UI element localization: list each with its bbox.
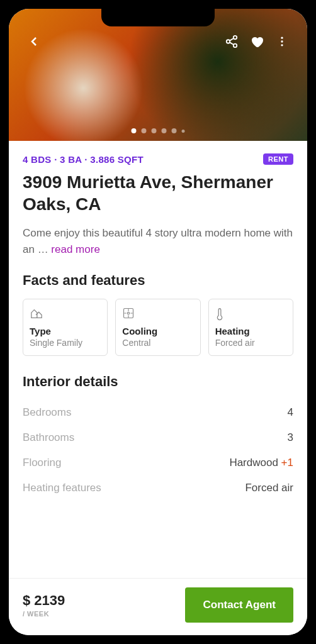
svg-point-3 xyxy=(281,37,283,39)
more-icon[interactable] xyxy=(269,29,295,54)
interior-heading: Interior details xyxy=(23,374,293,390)
back-icon[interactable] xyxy=(21,29,47,54)
interior-list: Bedrooms4 Bathrooms3 FlooringHardwood +1… xyxy=(23,400,293,501)
footer-bar: $ 2139 / WEEK Contact Agent xyxy=(9,578,307,635)
contact-agent-button[interactable]: Contact Agent xyxy=(185,587,293,623)
read-more-link[interactable]: read more xyxy=(51,243,99,255)
property-title: 3909 Murietta Ave, Shermaner Oaks, CA xyxy=(23,171,293,215)
fan-icon xyxy=(122,307,193,321)
thermometer-icon xyxy=(215,307,286,321)
feature-card-heating: Heating Forced air xyxy=(208,299,293,356)
price-period: / WEEK xyxy=(23,610,65,618)
property-stats: 4 BDS · 3 BA · 3.886 SQFT xyxy=(23,154,144,165)
detail-row: FlooringHardwood +1 xyxy=(23,450,293,475)
detail-row: Bathrooms3 xyxy=(23,425,293,450)
house-icon xyxy=(30,307,101,321)
feature-cards: Type Single Family Cooling Central Heati… xyxy=(23,299,293,356)
detail-row: Heating featuresForced air xyxy=(23,475,293,501)
detail-row: Bedrooms4 xyxy=(23,400,293,425)
feature-card-cooling: Cooling Central xyxy=(115,299,200,356)
svg-point-5 xyxy=(281,44,283,46)
feature-card-type: Type Single Family xyxy=(23,299,108,356)
svg-point-4 xyxy=(281,40,283,42)
status-badge: RENT xyxy=(263,153,293,165)
price: $ 2139 xyxy=(23,592,65,609)
facts-heading: Facts and features xyxy=(23,272,293,289)
svg-point-7 xyxy=(128,312,130,314)
svg-point-0 xyxy=(234,36,237,40)
property-description: Come enjoy this beautiful 4 story ultra … xyxy=(23,225,293,257)
hero-image[interactable] xyxy=(9,9,307,141)
heart-icon[interactable] xyxy=(244,29,269,54)
share-icon[interactable] xyxy=(219,29,244,54)
svg-point-2 xyxy=(234,44,237,48)
carousel-dots[interactable] xyxy=(132,128,185,133)
svg-point-1 xyxy=(227,40,230,43)
